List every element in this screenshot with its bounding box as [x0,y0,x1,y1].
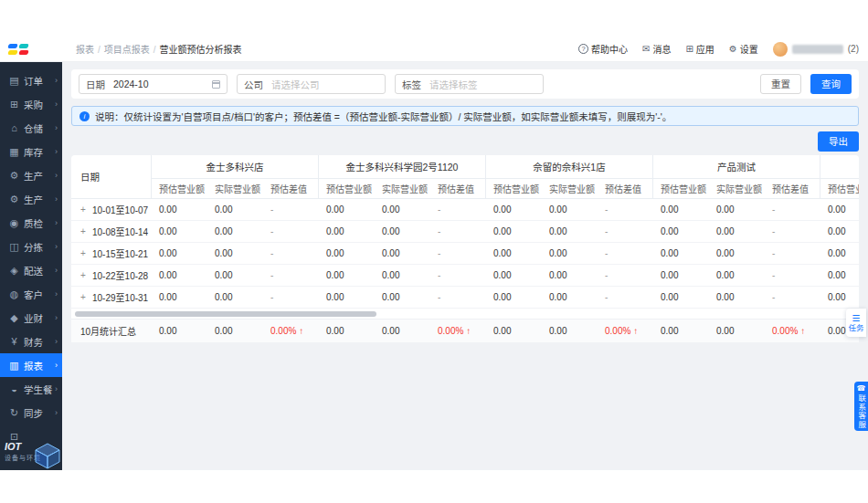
date-filter-label: 日期 [86,78,105,91]
scrollbar-thumb[interactable] [75,311,376,317]
notice-text: 说明：仅统计设置为'自营项目点/档口'的客户；预估差值 =（预估营业额-实际营业… [95,110,672,123]
reset-button[interactable]: 重置 [760,74,801,94]
topbar: 报表/项目点报表/营业额预估分析报表 ?帮助中心✉消息⊞应用⚙设置 (2) [0,37,868,62]
sidebar-item-business-finance[interactable]: ◆业财› [0,306,62,330]
sidebar-item-production-2[interactable]: ⚙生产› [0,187,62,211]
sidebar-item-label: 客户 [24,288,55,301]
expand-icon[interactable]: + [80,226,89,236]
value-cell: 0.00 [653,270,709,280]
value-cell: - [598,226,653,236]
table-row: +10-29至10-310.000.00-0.000.00-0.000.00-0… [71,287,859,309]
value-cell: 0.00 [152,204,207,215]
value-cell: 0.00 [486,204,542,215]
student-meal-icon: ◒ [8,384,20,394]
date-range: 10-15至10-21 [92,246,148,260]
value-cell: - [765,204,820,215]
value-cell: 0.00 [207,248,263,258]
sidebar-item-student-meals[interactable]: ◒学生餐› [0,377,62,401]
value-cell: 0.00 [207,204,263,215]
value-cell: 0.00 [542,292,598,302]
value-cell: 0.00 [709,270,765,280]
value-cell: 0.00 [319,270,375,280]
column-header: 预估差值 [430,179,486,198]
chevron-right-icon: › [55,242,58,251]
sidebar-item-purchasing[interactable]: ⊞采购› [0,92,62,116]
sidebar-item-sorting[interactable]: ◫分拣› [0,235,62,258]
column-header: 实际营业额 [542,179,598,198]
topbar-help-label: 帮助中心 [591,42,628,56]
column-header-date: 日期 [71,155,152,199]
topbar-settings[interactable]: ⚙设置 [729,42,758,56]
topbar-apps-label: 应用 [696,42,715,56]
export-button[interactable]: 导出 [818,131,859,152]
iot-cube-icon [34,442,61,469]
sidebar-item-orders[interactable]: ▤订单› [0,68,62,92]
breadcrumb-item[interactable]: 报表 [76,45,94,55]
value-cell: - [765,270,820,280]
expand-icon[interactable]: + [80,248,89,258]
column-header: 实际营业额 [375,179,430,198]
sidebar-item-finance[interactable]: ¥财务› [0,330,62,353]
sidebar-iot-footer[interactable]: IOT 设备与环境 [0,439,62,470]
sidebar-menu: ▤订单›⊞采购›⌂仓储›▦库存›⚙生产›⚙生产›◉质检›◫分拣›◈配送›◍客户›… [0,62,62,448]
sidebar-item-label: 财务 [24,335,55,349]
delivery-icon: ◈ [8,266,20,276]
horizontal-scrollbar[interactable] [71,309,859,319]
sync-icon: ↻ [8,408,20,418]
sidebar-item-reports[interactable]: ▥报表› [0,353,62,377]
sidebar-item-customers[interactable]: ◍客户› [0,282,62,306]
sidebar-item-warehouse[interactable]: ⌂仓储› [0,116,62,140]
sidebar-item-label: 订单 [24,74,55,88]
value-cell: 0.00 [653,204,709,215]
sidebar-item-sync[interactable]: ↻同步› [0,401,62,424]
column-header: 预估营业额 [653,179,709,198]
sidebar-item-inventory[interactable]: ▦库存› [0,140,62,163]
value-cell: - [765,292,820,302]
sidebar-item-quality[interactable]: ◉质检› [0,211,62,235]
value-cell: 0.00 [709,204,765,215]
chevron-right-icon: › [55,337,58,346]
date-filter-value: 2024-10 [113,79,212,89]
value-cell: - [263,204,319,215]
expand-icon[interactable]: + [80,204,89,215]
value-cell: 0.00 [207,226,263,236]
expand-icon[interactable]: + [80,270,89,280]
value-cell: - [430,204,486,215]
column-header: 预估差值 [765,179,820,198]
date-range: 10-01至10-07 [92,203,148,216]
task-float-button[interactable]: ☰ 任务 [846,309,866,337]
query-button[interactable]: 查询 [810,74,852,94]
topbar-apps[interactable]: ⊞应用 [685,42,714,56]
company-filter[interactable]: 公司 请选择公司 [237,74,386,94]
report-icon: ▥ [8,361,20,371]
avatar[interactable] [773,42,788,57]
message-icon: ✉ [642,45,650,54]
filter-bar: 日期 2024-10 公司 请选择公司 标签 请选择标签 重置 查询 [71,69,859,99]
summary-cell: 0.00 [375,326,430,336]
breadcrumb-item[interactable]: 项目点报表 [104,45,150,55]
store-group-header: 产品测试 [653,155,820,178]
tag-filter[interactable]: 标签 请选择标签 [395,74,544,94]
summary-cell: 0.00% ↑ [263,326,319,336]
value-cell: 0.00 [207,270,263,280]
user-menu[interactable]: (2) [773,42,859,57]
company-filter-placeholder: 请选择公司 [271,78,378,91]
date-range-cell: +10-08至10-14 [71,225,152,238]
info-icon: i [79,111,90,121]
expand-icon[interactable]: + [80,292,89,302]
sidebar-item-production-1[interactable]: ⚙生产› [0,163,62,187]
topbar-messages[interactable]: ✉消息 [642,42,671,56]
value-cell: 0.00 [152,292,207,302]
purchase-icon: ⊞ [8,100,20,110]
sidebar-item-delivery[interactable]: ◈配送› [0,258,62,282]
topbar-help[interactable]: ?帮助中心 [578,42,628,56]
business-finance-icon: ◆ [8,313,20,323]
sidebar-item-label: 同步 [24,406,55,420]
customer-service-button[interactable]: ☎ 联系客服 [854,382,868,431]
company-filter-label: 公司 [244,78,263,91]
tag-filter-label: 标签 [402,78,421,91]
date-range-cell: +10-01至10-07 [71,203,152,216]
breadcrumb-separator: / [98,45,101,55]
date-filter[interactable]: 日期 2024-10 [79,74,228,94]
sidebar-item-label: 采购 [24,98,55,111]
